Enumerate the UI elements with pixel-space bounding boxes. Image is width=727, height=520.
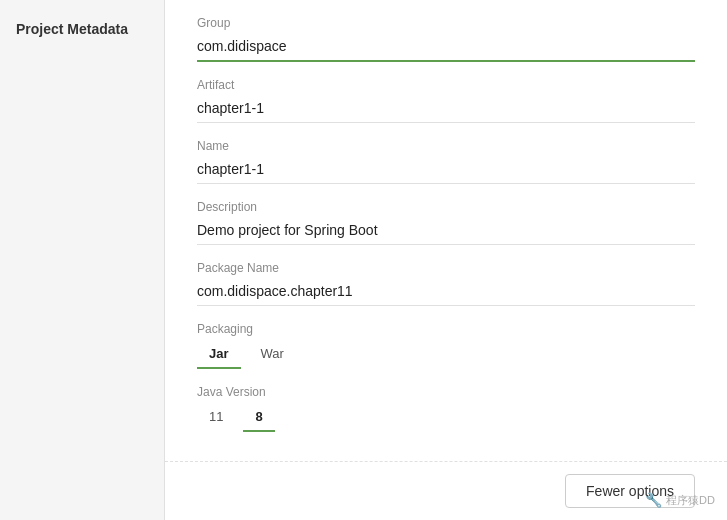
artifact-input[interactable] xyxy=(197,96,695,123)
package-name-label: Package Name xyxy=(197,261,695,275)
version-options: 11 8 xyxy=(197,405,695,432)
name-label: Name xyxy=(197,139,695,153)
watermark-text: 程序猿DD xyxy=(666,493,715,508)
watermark-icon: 🔧 xyxy=(645,492,662,508)
packaging-war-option[interactable]: War xyxy=(249,342,296,369)
packaging-label: Packaging xyxy=(197,322,695,336)
main-content: Group Artifact Name Description Package … xyxy=(165,0,727,520)
name-input[interactable] xyxy=(197,157,695,184)
packaging-section: Packaging Jar War xyxy=(197,322,695,369)
sidebar: Project Metadata xyxy=(0,0,165,520)
artifact-field: Artifact xyxy=(197,78,695,123)
name-field: Name xyxy=(197,139,695,184)
packaging-options: Jar War xyxy=(197,342,695,369)
packaging-jar-option[interactable]: Jar xyxy=(197,342,241,369)
java-version-label: Java Version xyxy=(197,385,695,399)
description-label: Description xyxy=(197,200,695,214)
bottom-bar: Fewer options xyxy=(165,461,727,520)
package-name-field: Package Name xyxy=(197,261,695,306)
artifact-label: Artifact xyxy=(197,78,695,92)
package-name-input[interactable] xyxy=(197,279,695,306)
group-label: Group xyxy=(197,16,695,30)
group-field: Group xyxy=(197,16,695,62)
java-version-11-option[interactable]: 11 xyxy=(197,405,235,432)
sidebar-title: Project Metadata xyxy=(16,21,128,37)
java-version-8-option[interactable]: 8 xyxy=(243,405,274,432)
java-version-section: Java Version 11 8 xyxy=(197,385,695,432)
description-field: Description xyxy=(197,200,695,245)
description-input[interactable] xyxy=(197,218,695,245)
watermark: 🔧 程序猿DD xyxy=(645,492,715,508)
group-input[interactable] xyxy=(197,34,695,62)
